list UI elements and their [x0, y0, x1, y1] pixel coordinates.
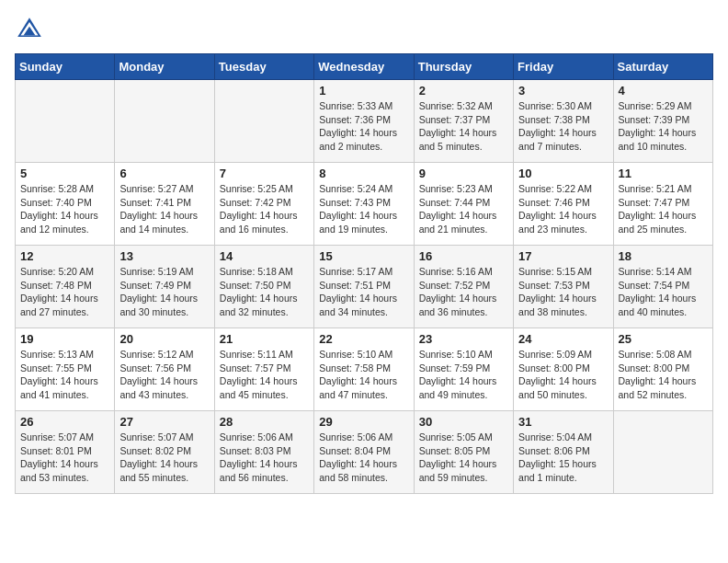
day-info: Sunrise: 5:13 AM Sunset: 7:55 PM Dayligh…: [20, 348, 109, 402]
calendar-cell: 21Sunrise: 5:11 AM Sunset: 7:57 PM Dayli…: [214, 328, 313, 411]
day-info: Sunrise: 5:05 AM Sunset: 8:05 PM Dayligh…: [419, 431, 508, 485]
day-number: 27: [119, 415, 209, 429]
column-header-wednesday: Wednesday: [314, 54, 414, 80]
calendar-week-5: 26Sunrise: 5:07 AM Sunset: 8:01 PM Dayli…: [16, 411, 713, 494]
calendar-cell: 30Sunrise: 5:05 AM Sunset: 8:05 PM Dayli…: [414, 411, 513, 494]
day-info: Sunrise: 5:17 AM Sunset: 7:51 PM Dayligh…: [319, 265, 408, 319]
day-info: Sunrise: 5:19 AM Sunset: 7:49 PM Dayligh…: [119, 265, 209, 319]
day-number: 30: [419, 415, 508, 429]
calendar-cell: 5Sunrise: 5:28 AM Sunset: 7:40 PM Daylig…: [16, 163, 115, 246]
calendar-cell: [214, 80, 313, 163]
day-number: 9: [419, 167, 508, 180]
day-info: Sunrise: 5:23 AM Sunset: 7:44 PM Dayligh…: [419, 182, 508, 236]
calendar-cell: 18Sunrise: 5:14 AM Sunset: 7:54 PM Dayli…: [613, 246, 712, 328]
calendar-week-4: 19Sunrise: 5:13 AM Sunset: 7:55 PM Dayli…: [16, 328, 713, 411]
day-number: 29: [319, 415, 408, 429]
calendar-cell: 11Sunrise: 5:21 AM Sunset: 7:47 PM Dayli…: [613, 163, 712, 246]
day-info: Sunrise: 5:15 AM Sunset: 7:53 PM Dayligh…: [518, 265, 608, 319]
column-header-thursday: Thursday: [414, 54, 513, 80]
day-info: Sunrise: 5:21 AM Sunset: 7:47 PM Dayligh…: [619, 182, 708, 236]
calendar-header: SundayMondayTuesdayWednesdayThursdayFrid…: [16, 54, 713, 80]
calendar-cell: 26Sunrise: 5:07 AM Sunset: 8:01 PM Dayli…: [16, 411, 115, 494]
calendar-cell: 6Sunrise: 5:27 AM Sunset: 7:41 PM Daylig…: [115, 163, 214, 246]
calendar-cell: 20Sunrise: 5:12 AM Sunset: 7:56 PM Dayli…: [115, 328, 214, 411]
day-info: Sunrise: 5:22 AM Sunset: 7:46 PM Dayligh…: [518, 182, 608, 236]
day-number: 8: [319, 167, 408, 180]
day-number: 24: [518, 332, 608, 346]
header-row: SundayMondayTuesdayWednesdayThursdayFrid…: [16, 54, 713, 80]
day-number: 7: [220, 167, 309, 180]
calendar-cell: 15Sunrise: 5:17 AM Sunset: 7:51 PM Dayli…: [314, 246, 414, 328]
column-header-tuesday: Tuesday: [214, 54, 313, 80]
day-number: 4: [619, 84, 708, 98]
day-info: Sunrise: 5:30 AM Sunset: 7:38 PM Dayligh…: [518, 99, 608, 154]
day-number: 16: [419, 249, 508, 263]
day-info: Sunrise: 5:12 AM Sunset: 7:56 PM Dayligh…: [119, 348, 209, 402]
calendar-cell: 3Sunrise: 5:30 AM Sunset: 7:38 PM Daylig…: [514, 80, 613, 163]
day-info: Sunrise: 5:18 AM Sunset: 7:50 PM Dayligh…: [220, 265, 309, 319]
logo-icon: [15, 15, 44, 44]
day-info: Sunrise: 5:06 AM Sunset: 8:03 PM Dayligh…: [220, 431, 309, 485]
calendar-cell: 25Sunrise: 5:08 AM Sunset: 8:00 PM Dayli…: [613, 328, 712, 411]
column-header-saturday: Saturday: [613, 54, 712, 80]
calendar-cell: 28Sunrise: 5:06 AM Sunset: 8:03 PM Dayli…: [214, 411, 313, 494]
column-header-sunday: Sunday: [16, 54, 115, 80]
day-info: Sunrise: 5:14 AM Sunset: 7:54 PM Dayligh…: [619, 265, 708, 319]
day-info: Sunrise: 5:20 AM Sunset: 7:48 PM Dayligh…: [20, 265, 109, 319]
calendar-cell: 2Sunrise: 5:32 AM Sunset: 7:37 PM Daylig…: [414, 80, 513, 163]
day-number: 23: [419, 332, 508, 346]
day-number: 14: [220, 249, 309, 263]
day-info: Sunrise: 5:04 AM Sunset: 8:06 PM Dayligh…: [518, 431, 608, 485]
day-info: Sunrise: 5:25 AM Sunset: 7:42 PM Dayligh…: [220, 182, 309, 236]
day-info: Sunrise: 5:07 AM Sunset: 8:02 PM Dayligh…: [119, 431, 209, 485]
day-info: Sunrise: 5:32 AM Sunset: 7:37 PM Dayligh…: [419, 99, 508, 154]
calendar-cell: 16Sunrise: 5:16 AM Sunset: 7:52 PM Dayli…: [414, 246, 513, 328]
day-info: Sunrise: 5:24 AM Sunset: 7:43 PM Dayligh…: [319, 182, 408, 236]
calendar-week-2: 5Sunrise: 5:28 AM Sunset: 7:40 PM Daylig…: [16, 163, 713, 246]
day-info: Sunrise: 5:11 AM Sunset: 7:57 PM Dayligh…: [220, 348, 309, 402]
day-number: 21: [220, 332, 309, 346]
calendar-cell: 10Sunrise: 5:22 AM Sunset: 7:46 PM Dayli…: [514, 163, 613, 246]
calendar-cell: 8Sunrise: 5:24 AM Sunset: 7:43 PM Daylig…: [314, 163, 414, 246]
day-number: 3: [518, 84, 608, 98]
calendar-cell: 24Sunrise: 5:09 AM Sunset: 8:00 PM Dayli…: [514, 328, 613, 411]
day-number: 1: [319, 84, 408, 98]
day-number: 28: [220, 415, 309, 429]
day-number: 13: [119, 249, 209, 263]
column-header-monday: Monday: [115, 54, 214, 80]
day-number: 10: [518, 167, 608, 180]
day-info: Sunrise: 5:29 AM Sunset: 7:39 PM Dayligh…: [619, 99, 708, 154]
calendar-cell: 12Sunrise: 5:20 AM Sunset: 7:48 PM Dayli…: [16, 246, 115, 328]
calendar-week-3: 12Sunrise: 5:20 AM Sunset: 7:48 PM Dayli…: [16, 246, 713, 328]
day-info: Sunrise: 5:10 AM Sunset: 7:59 PM Dayligh…: [419, 348, 508, 402]
day-info: Sunrise: 5:07 AM Sunset: 8:01 PM Dayligh…: [20, 431, 109, 485]
calendar-cell: [613, 411, 712, 494]
calendar-cell: 29Sunrise: 5:06 AM Sunset: 8:04 PM Dayli…: [314, 411, 414, 494]
calendar-week-1: 1Sunrise: 5:33 AM Sunset: 7:36 PM Daylig…: [16, 80, 713, 163]
day-info: Sunrise: 5:27 AM Sunset: 7:41 PM Dayligh…: [119, 182, 209, 236]
calendar-table: SundayMondayTuesdayWednesdayThursdayFrid…: [15, 53, 713, 494]
day-number: 5: [20, 167, 109, 180]
calendar-cell: [115, 80, 214, 163]
day-number: 18: [619, 249, 708, 263]
day-info: Sunrise: 5:08 AM Sunset: 8:00 PM Dayligh…: [619, 348, 708, 402]
day-number: 19: [20, 332, 109, 346]
calendar-cell: 31Sunrise: 5:04 AM Sunset: 8:06 PM Dayli…: [514, 411, 613, 494]
logo: [15, 15, 48, 44]
calendar-cell: 27Sunrise: 5:07 AM Sunset: 8:02 PM Dayli…: [115, 411, 214, 494]
day-number: 15: [319, 249, 408, 263]
page-header: [15, 15, 713, 44]
calendar-cell: 14Sunrise: 5:18 AM Sunset: 7:50 PM Dayli…: [214, 246, 313, 328]
calendar-cell: 13Sunrise: 5:19 AM Sunset: 7:49 PM Dayli…: [115, 246, 214, 328]
day-number: 11: [619, 167, 708, 180]
day-info: Sunrise: 5:09 AM Sunset: 8:00 PM Dayligh…: [518, 348, 608, 402]
day-number: 26: [20, 415, 109, 429]
day-info: Sunrise: 5:06 AM Sunset: 8:04 PM Dayligh…: [319, 431, 408, 485]
calendar-cell: [16, 80, 115, 163]
calendar-cell: 17Sunrise: 5:15 AM Sunset: 7:53 PM Dayli…: [514, 246, 613, 328]
day-info: Sunrise: 5:10 AM Sunset: 7:58 PM Dayligh…: [319, 348, 408, 402]
day-number: 31: [518, 415, 608, 429]
day-number: 22: [319, 332, 408, 346]
day-number: 20: [119, 332, 209, 346]
calendar-cell: 9Sunrise: 5:23 AM Sunset: 7:44 PM Daylig…: [414, 163, 513, 246]
